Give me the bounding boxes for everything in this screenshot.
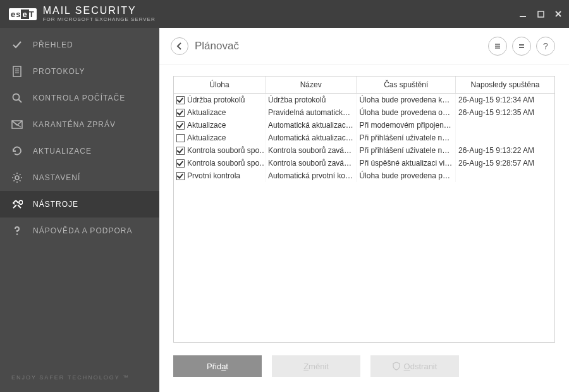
sidebar-item-quarantine[interactable]: KARANTÉNA ZPRÁV	[0, 111, 159, 138]
svg-point-13	[16, 233, 18, 235]
task-description: Kontrola souborů zavádě…	[265, 144, 356, 157]
task-description: Pravidelná automatická a…	[265, 106, 356, 119]
task-description: Údržba protokolů	[265, 94, 356, 107]
task-enabled-checkbox[interactable]	[176, 159, 185, 168]
minimize-button[interactable]	[518, 9, 527, 18]
scheduler-table: Úloha Název Čas spuštění Naposledy spušt…	[174, 77, 554, 182]
help-button[interactable]: ?	[536, 37, 555, 56]
edit-button: Změnit	[272, 355, 360, 377]
app-window: eseT MAIL SECURITY FOR MICROSOFT EXCHANG…	[0, 0, 569, 392]
list-view-button[interactable]	[488, 37, 507, 56]
sidebar-item-label: NASTAVENÍ	[33, 173, 80, 182]
task-last-run	[455, 132, 554, 144]
delete-button: Odstranit	[370, 355, 459, 377]
svg-rect-1	[538, 11, 544, 17]
help-label: ?	[543, 41, 548, 51]
table-row[interactable]: Prvotní kontrolaAutomatická prvotní kont…	[174, 169, 554, 182]
sidebar-item-help[interactable]: NÁPOVĚDA A PODPORA	[0, 217, 159, 244]
task-launch-time: Při přihlášení uživatele na …	[357, 144, 456, 157]
update-icon	[11, 145, 23, 157]
task-name: Kontrola souborů spo…	[187, 146, 265, 155]
task-enabled-checkbox[interactable]	[176, 172, 185, 180]
sidebar-item-label: NÁSTROJE	[33, 200, 78, 209]
overview-icon	[11, 39, 23, 51]
add-button[interactable]: Přidat	[173, 355, 262, 377]
sidebar-nav: PŘEHLEDPROTOKOLYKONTROLA POČÍTAČEKARANTÉ…	[0, 28, 159, 244]
col-header-name[interactable]: Název	[265, 77, 356, 94]
svg-point-8	[13, 94, 20, 101]
sidebar-item-overview[interactable]: PŘEHLED	[0, 32, 159, 58]
task-description: Automatická aktualizace …	[265, 132, 356, 144]
back-button[interactable]	[171, 37, 188, 55]
task-last-run	[455, 169, 554, 182]
table-row[interactable]: AktualizacePravidelná automatická a…Úloh…	[174, 106, 554, 119]
content-header: Plánovač ?	[159, 28, 569, 64]
task-launch-time: Při přihlášení uživatele na …	[357, 132, 456, 144]
task-enabled-checkbox[interactable]	[176, 147, 185, 155]
window-controls	[518, 9, 563, 18]
table-row[interactable]: Kontrola souborů spo…Kontrola souborů za…	[174, 157, 554, 169]
action-bar: Přidat Změnit Odstranit	[173, 343, 555, 381]
table-row[interactable]: AktualizaceAutomatická aktualizace …Při …	[174, 132, 554, 144]
task-name: Údržba protokolů	[187, 95, 245, 104]
sidebar-item-label: AKTUALIZACE	[33, 147, 92, 156]
sidebar-footer: ENJOY SAFER TECHNOLOGY ™	[0, 363, 159, 392]
task-launch-time: Při modemovém připojen…	[357, 119, 456, 132]
col-header-last[interactable]: Naposledy spuštěna	[455, 77, 554, 94]
task-last-run: 26-Aug-15 9:12:35 AM	[455, 106, 554, 119]
help-icon	[11, 225, 23, 236]
table-row[interactable]: Údržba protokolůÚdržba protokolůÚloha bu…	[174, 94, 554, 107]
sidebar-item-tools[interactable]: NÁSTROJE	[0, 191, 159, 217]
task-last-run	[455, 119, 554, 132]
quarantine-icon	[11, 119, 23, 130]
col-header-launch[interactable]: Čas spuštění	[357, 77, 456, 94]
task-enabled-checkbox[interactable]	[176, 109, 185, 117]
product-name: MAIL SECURITY	[43, 6, 156, 16]
sidebar-item-label: KONTROLA POČÍTAČE	[33, 94, 125, 102]
compact-view-button[interactable]	[512, 37, 531, 56]
sidebar-item-label: PROTOKOLY	[33, 67, 85, 76]
shield-icon	[393, 362, 400, 371]
table-row[interactable]: Kontrola souborů spo…Kontrola souborů za…	[174, 144, 554, 157]
task-launch-time: Úloha bude provedena ka…	[357, 94, 456, 107]
page-title: Plánovač	[195, 40, 239, 52]
col-header-task[interactable]: Úloha	[174, 77, 265, 94]
product-title-block: MAIL SECURITY FOR MICROSOFT EXCHANGE SER…	[43, 6, 156, 22]
maximize-button[interactable]	[536, 9, 545, 18]
close-button[interactable]	[554, 9, 563, 18]
sidebar-item-label: KARANTÉNA ZPRÁV	[33, 120, 116, 129]
setup-icon	[11, 172, 23, 183]
product-subtitle: FOR MICROSOFT EXCHANGE SERVER	[43, 17, 156, 22]
table-row[interactable]: AktualizaceAutomatická aktualizace …Při …	[174, 119, 554, 132]
task-name: Aktualizace	[187, 133, 226, 142]
task-last-run: 26-Aug-15 9:13:22 AM	[455, 144, 554, 157]
task-description: Kontrola souborů zavádě…	[265, 157, 356, 169]
task-description: Automatická prvotní kont…	[265, 169, 356, 182]
svg-rect-4	[13, 66, 21, 77]
task-enabled-checkbox[interactable]	[176, 134, 185, 142]
task-name: Aktualizace	[187, 108, 226, 117]
tools-icon	[11, 199, 23, 210]
task-last-run: 26-Aug-15 9:12:34 AM	[455, 94, 554, 107]
task-enabled-checkbox[interactable]	[176, 96, 185, 104]
titlebar: eseT MAIL SECURITY FOR MICROSOFT EXCHANG…	[0, 0, 569, 28]
task-launch-time: Úloha bude provedena op…	[357, 106, 456, 119]
task-name: Kontrola souborů spo…	[187, 159, 265, 168]
task-enabled-checkbox[interactable]	[176, 121, 185, 130]
sidebar-item-setup[interactable]: NASTAVENÍ	[0, 164, 159, 191]
brand-logo: eseT	[9, 8, 37, 20]
scan-icon	[11, 92, 23, 104]
task-name: Aktualizace	[187, 121, 226, 130]
header-actions: ?	[488, 37, 555, 56]
sidebar-item-scan[interactable]: KONTROLA POČÍTAČE	[0, 85, 159, 111]
sidebar-item-update[interactable]: AKTUALIZACE	[0, 138, 159, 164]
table-header-row: Úloha Název Čas spuštění Naposledy spušt…	[174, 77, 554, 94]
svg-point-12	[15, 176, 19, 180]
content-body: Úloha Název Čas spuštění Naposledy spušt…	[159, 64, 569, 392]
sidebar: PŘEHLEDPROTOKOLYKONTROLA POČÍTAČEKARANTÉ…	[0, 28, 159, 392]
task-launch-time: Při úspěšné aktualizaci vir…	[357, 157, 456, 169]
sidebar-item-logs[interactable]: PROTOKOLY	[0, 58, 159, 85]
logs-icon	[11, 66, 23, 77]
task-launch-time: Úloha bude provedena po…	[357, 169, 456, 182]
svg-line-9	[19, 100, 22, 103]
